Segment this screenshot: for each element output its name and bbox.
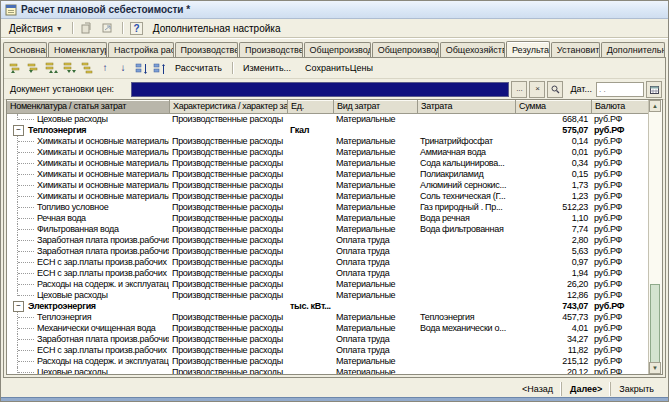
change-button[interactable]: Изменить... (237, 62, 297, 74)
column-header-expense[interactable]: Затрата (418, 100, 516, 113)
tree-line (7, 169, 37, 180)
table-row[interactable]: Фильтрованная водаПроизводственные расхо… (7, 224, 649, 235)
row-name: Расходы на содерж. и эксплуатац. об... (37, 279, 169, 290)
row-cell: Производственные расходы (169, 158, 287, 169)
table-row[interactable]: ЕСН с зар.платы произв.рабочихПроизводст… (7, 345, 649, 356)
tree-collapse-icon[interactable]: − (13, 301, 24, 312)
move-down-icon[interactable]: ↓ (115, 61, 131, 75)
row-cell: руб.РФ (591, 114, 649, 125)
tree-line (7, 158, 37, 169)
table-row[interactable]: Расходы на содерж. и эксплуатац. об...Пр… (7, 356, 649, 367)
collapse-all-icon[interactable] (43, 61, 59, 75)
help-icon[interactable]: ? (128, 21, 146, 36)
row-cell: Соль техническая (Г... (417, 191, 515, 202)
table-row[interactable]: −ТеплоэнергияГкал575,07руб.РФ (7, 125, 649, 136)
table-row[interactable]: Химикаты и основные материалыПроизводств… (7, 169, 649, 180)
table-row[interactable]: Цеховые расходыПроизводственные расходыМ… (7, 290, 649, 301)
table-row[interactable]: Химикаты и основные материалыПроизводств… (7, 180, 649, 191)
costs-table: Номенклатура / статья затрат Характерист… (6, 99, 663, 375)
reread-icon[interactable] (78, 21, 96, 36)
row-cell: руб.РФ (591, 158, 649, 169)
next-button[interactable]: Далее> (561, 382, 610, 396)
row-cell: руб.РФ (591, 202, 649, 213)
table-row[interactable]: Механически очищенная водаПроизводственн… (7, 323, 649, 334)
tree-line (7, 356, 37, 367)
extra-settings-button[interactable]: Дополнительная настройка (149, 22, 285, 35)
row-cell: 215,12 (515, 356, 591, 367)
table-row[interactable]: ЕСН с зар.платы произв.рабочихПроизводст… (7, 257, 649, 268)
row-cell: 7,74 (515, 224, 591, 235)
column-header-currency[interactable]: Валюта (592, 100, 650, 113)
table-row[interactable]: Химикаты и основные материалыПроизводств… (7, 191, 649, 202)
clear-icon[interactable]: × (529, 81, 545, 98)
row-cell: Алюминий сернокис... (417, 180, 515, 191)
go-to-icon[interactable] (99, 21, 117, 36)
open-icon[interactable] (547, 81, 563, 98)
table-row[interactable]: −Электроэнергиятыс. кВт...743,07руб.РФ (7, 301, 649, 312)
column-header-sum[interactable]: Сумма (516, 100, 592, 113)
table-row[interactable]: Цеховые расходыПроизводственные расходыМ… (7, 114, 649, 125)
close-button[interactable]: Закрыть (610, 382, 662, 396)
table-row[interactable]: Расходы на содерж. и эксплуатац. об...Пр… (7, 279, 649, 290)
scrollbar-thumb[interactable] (650, 284, 660, 372)
table-row[interactable]: Речная водаПроизводственные расходыМатер… (7, 213, 649, 224)
back-button[interactable]: <Назад (514, 382, 561, 396)
scroll-down-icon[interactable]: ▼ (649, 362, 661, 374)
column-header-kind[interactable]: Вид затрат (334, 100, 418, 113)
row-cell (287, 202, 333, 213)
move-up-icon[interactable]: ↑ (97, 61, 113, 75)
column-header-characteristic[interactable]: Характеристика / характер затрат (170, 100, 288, 113)
row-cell: 575,07 (515, 125, 591, 136)
row-cell (287, 279, 333, 290)
column-header-nomenclature[interactable]: Номенклатура / статья затрат (7, 100, 170, 113)
calculate-button[interactable]: Рассчитать (169, 62, 228, 74)
row-cell: руб.РФ (591, 257, 649, 268)
expand-all-icon[interactable] (61, 61, 77, 75)
table-row[interactable]: Цеховые расходыПроизводственные расходыМ… (7, 367, 649, 375)
table-row[interactable]: Топливо условноеПроизводственные расходы… (7, 202, 649, 213)
row-cell: Производственные расходы (169, 202, 287, 213)
tree-line (7, 334, 37, 345)
price-document-input[interactable] (131, 82, 509, 97)
sort-desc-icon[interactable] (151, 61, 167, 75)
save-prices-button[interactable]: СохранитьЦены (299, 62, 379, 74)
table-row[interactable]: Заработная плата произв.рабочихПроизводс… (7, 235, 649, 246)
table-row[interactable]: Заработная плата произв.рабочихПроизводс… (7, 334, 649, 345)
row-cell: руб.РФ (591, 169, 649, 180)
tree-line (7, 180, 37, 191)
tree-collapse-icon[interactable]: − (13, 125, 24, 136)
row-cell: Производственные расходы (169, 367, 287, 375)
row-cell: Материальные (333, 169, 417, 180)
collapse-rows-icon[interactable] (7, 61, 23, 75)
row-cell: Газ природный . Пр... (417, 202, 515, 213)
date-input[interactable]: . . (596, 82, 644, 97)
tree-line (7, 323, 37, 334)
table-row[interactable]: ЕСН с зар.платы произв.рабочихПроизводст… (7, 268, 649, 279)
vertical-scrollbar[interactable]: ▲ ▼ (648, 100, 662, 374)
row-cell: Производственные расходы (169, 345, 287, 356)
expand-rows-icon[interactable] (25, 61, 41, 75)
table-row[interactable]: Химикаты и основные материалыПроизводств… (7, 136, 649, 147)
tree-levels-icon[interactable] (79, 61, 95, 75)
table-row[interactable]: ТеплоэнергияПроизводственные расходыМате… (7, 312, 649, 323)
row-cell: Производственные расходы (169, 169, 287, 180)
table-row[interactable]: Химикаты и основные материалыПроизводств… (7, 147, 649, 158)
row-cell: Вода речная (417, 213, 515, 224)
tree-line (7, 257, 37, 268)
scroll-up-icon[interactable]: ▲ (649, 100, 661, 112)
price-document-label: Документ установки цен: (7, 84, 129, 94)
row-cell: Производственные расходы (169, 213, 287, 224)
row-cell: 4,01 (515, 323, 591, 334)
actions-menu[interactable]: Действия ▼ (5, 22, 67, 35)
table-row[interactable]: Заработная плата произв.рабочихПроизводс… (7, 246, 649, 257)
sort-asc-icon[interactable] (133, 61, 149, 75)
row-cell: 1,23 (515, 191, 591, 202)
calendar-icon[interactable] (646, 81, 662, 98)
row-cell (287, 235, 333, 246)
table-row[interactable]: Химикаты и основные материалыПроизводств… (7, 158, 649, 169)
column-header-unit[interactable]: Ед. (288, 100, 334, 113)
row-name: Заработная плата произв.рабочих (37, 235, 169, 246)
ellipsis-button[interactable]: ... (511, 81, 527, 98)
row-cell: Производственные расходы (169, 180, 287, 191)
tree-line (7, 114, 37, 125)
